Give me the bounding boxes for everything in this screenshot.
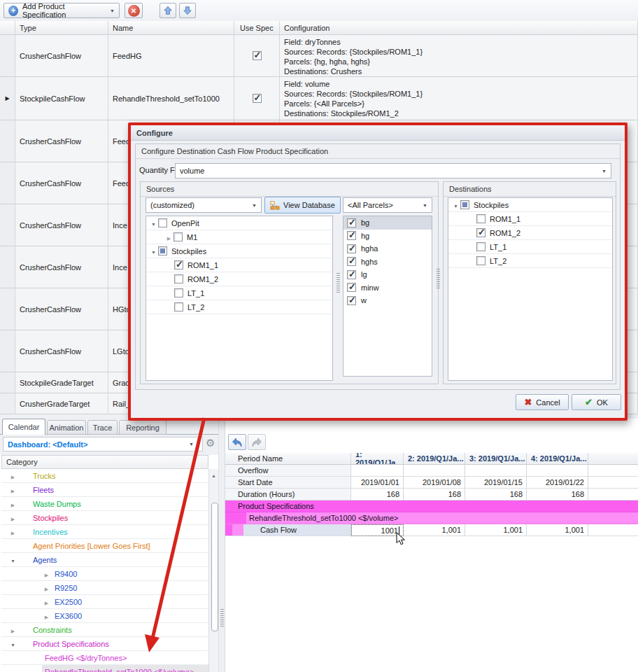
tree-node-rom1-2[interactable]: ROM1_2	[146, 272, 332, 286]
checkbox[interactable]	[158, 218, 167, 227]
header-type[interactable]: Type	[15, 21, 108, 35]
expand-icon[interactable]	[42, 570, 51, 578]
ok-button[interactable]: ✔ OK	[572, 394, 621, 410]
expand-icon[interactable]	[8, 514, 17, 522]
tree-node-lt-2[interactable]: LT_2	[448, 254, 612, 268]
expand-icon[interactable]	[42, 598, 51, 606]
tree-item-incentives[interactable]: Incentives	[1, 525, 208, 539]
tree-node-stockpiles[interactable]: Stockpiles	[448, 198, 612, 212]
grid-cell[interactable]	[404, 465, 465, 477]
checkbox-checked[interactable]	[347, 218, 356, 227]
header-period-1[interactable]: 1: 2019/Q1/Ja...	[351, 453, 404, 465]
grid-group-product-specifications[interactable]: Product Specifications	[225, 500, 638, 512]
tree-item-constraints[interactable]: Constraints	[1, 623, 208, 637]
expand-icon[interactable]	[42, 612, 51, 620]
tree-node-lt-1[interactable]: LT_1	[448, 240, 612, 254]
tree-node-openpit[interactable]: OpenPit	[146, 216, 332, 230]
tree-item-ex2500[interactable]: EX2500	[1, 595, 208, 609]
checkbox-checked[interactable]	[347, 283, 356, 292]
spec-row-selected[interactable]: ▶ StockpileCashFlow RehandleThreshold_se…	[0, 77, 638, 120]
add-product-specification-button[interactable]: + Add Product Specification ▼	[3, 3, 120, 18]
tree-node-rom1-1[interactable]: ROM1_1	[146, 258, 332, 272]
tab-calendar[interactable]: Calendar	[2, 419, 45, 435]
checkbox-checked[interactable]	[347, 296, 356, 305]
expand-icon[interactable]	[8, 528, 17, 536]
scroll-up-icon[interactable]: ▲	[211, 473, 216, 478]
expand-icon[interactable]	[164, 233, 173, 241]
collapse-icon[interactable]	[8, 556, 17, 564]
header-configuration[interactable]: Configuration	[280, 21, 638, 35]
category-header[interactable]: Category	[1, 455, 208, 469]
use-spec-checkbox[interactable]	[253, 51, 262, 60]
sources-preset-combo[interactable]: (customized) ▼	[146, 197, 262, 213]
cell-use-spec[interactable]	[234, 35, 280, 77]
grid-cell[interactable]	[527, 465, 588, 477]
tree-item-waste-dumps[interactable]: Waste Dumps	[1, 497, 208, 511]
expand-icon[interactable]	[42, 584, 51, 592]
header-period-4[interactable]: 4: 2019/Q1/Ja...	[527, 453, 588, 465]
splitter-grip-icon[interactable]	[437, 269, 440, 290]
parcel-item-hg[interactable]: hg	[343, 230, 432, 243]
panel-splitter[interactable]	[218, 419, 225, 672]
tab-reporting[interactable]: Reporting	[119, 420, 166, 435]
checkbox[interactable]	[173, 232, 183, 241]
collapse-icon[interactable]	[8, 640, 17, 648]
cancel-button[interactable]: ✖ Cancel	[516, 394, 569, 410]
parcel-item-hghs[interactable]: hghs	[343, 255, 432, 269]
tree-item-ex3600[interactable]: EX3600	[1, 609, 208, 623]
parcel-item-w[interactable]: w	[343, 294, 432, 307]
checkbox-checked[interactable]	[347, 257, 356, 266]
grid-subgroup-rehandlethreshold[interactable]: RehandleThreshold_setTo1000 <$/volume>	[225, 512, 638, 524]
header-period-3[interactable]: 3: 2019/Q1/Ja...	[465, 453, 527, 465]
collapse-icon[interactable]	[149, 219, 158, 227]
grid-cell[interactable]: 2019/01/08	[404, 477, 465, 489]
checkbox[interactable]	[174, 274, 183, 284]
tree-node-rom1-1[interactable]: ROM1_1	[448, 212, 612, 226]
header-name[interactable]: Name	[108, 21, 234, 35]
tree-node-lt-2[interactable]: LT_2	[146, 300, 332, 314]
grid-cell[interactable]	[351, 465, 404, 477]
splitter-grip-icon[interactable]	[336, 273, 340, 294]
grid-cell[interactable]: 1,001	[527, 524, 588, 536]
expand-icon[interactable]	[8, 500, 17, 508]
header-period-2[interactable]: 2: 2019/Q1/Ja...	[404, 453, 465, 465]
tree-item-rehandlethreshold[interactable]: RehandleThreshold_setTo1000 <$/volume>	[1, 665, 208, 672]
grid-cell[interactable]: 2019/01/15	[465, 477, 527, 489]
tree-item-product-specifications[interactable]: Product Specifications	[1, 637, 208, 651]
grid-cell[interactable]: 2019/01/01	[351, 477, 404, 489]
checkbox[interactable]	[476, 256, 485, 265]
grid-cell[interactable]: 168	[404, 489, 465, 500]
collapse-icon[interactable]	[149, 247, 158, 255]
tree-node-stockpiles[interactable]: Stockpiles	[146, 244, 332, 258]
checkbox-checked[interactable]	[476, 228, 485, 237]
expand-icon[interactable]	[8, 486, 17, 494]
header-period-name[interactable]: Period Name	[225, 453, 351, 465]
parcel-item-lg[interactable]: lg	[343, 268, 432, 281]
tree-item-agents[interactable]: Agents	[1, 553, 208, 567]
checkbox-checked[interactable]	[347, 270, 356, 279]
tree-item-r9250[interactable]: R9250	[1, 581, 208, 595]
grid-cell-editing[interactable]: 1001	[351, 524, 404, 536]
gear-icon[interactable]: ⚙	[206, 437, 215, 449]
checkbox-checked[interactable]	[347, 231, 356, 240]
tab-animation[interactable]: Animation	[47, 420, 86, 435]
use-spec-checkbox[interactable]	[253, 94, 262, 103]
parcels-filter-combo[interactable]: <All Parcels> ▼	[343, 197, 432, 213]
tree-item-agent-priorities[interactable]: Agent Priorities [Lower Goes First]	[1, 539, 208, 553]
grid-cell[interactable]: 1,001	[465, 524, 527, 536]
tree-item-trucks[interactable]: Trucks	[1, 469, 208, 483]
quantity-field-combo[interactable]: volume ▼	[175, 163, 611, 178]
delete-button[interactable]: ✕	[125, 3, 143, 18]
tree-item-fleets[interactable]: Fleets	[1, 483, 208, 497]
tree-item-feedhg[interactable]: FeedHG <$/dryTonnes>	[1, 651, 208, 665]
undo-button[interactable]	[228, 434, 246, 450]
tab-trace[interactable]: Trace	[87, 420, 118, 435]
tree-item-stockpiles[interactable]: Stockpiles	[1, 511, 208, 525]
spec-row[interactable]: CrusherCashFlow FeedHG Field: dryTonnesS…	[0, 35, 638, 77]
tree-node-m1[interactable]: M1	[146, 230, 332, 244]
grid-cell[interactable]	[465, 465, 527, 477]
scrollbar-thumb[interactable]	[211, 503, 218, 631]
checkbox-partial[interactable]	[158, 246, 167, 255]
cell-use-spec[interactable]	[234, 77, 280, 120]
checkbox[interactable]	[476, 242, 485, 251]
